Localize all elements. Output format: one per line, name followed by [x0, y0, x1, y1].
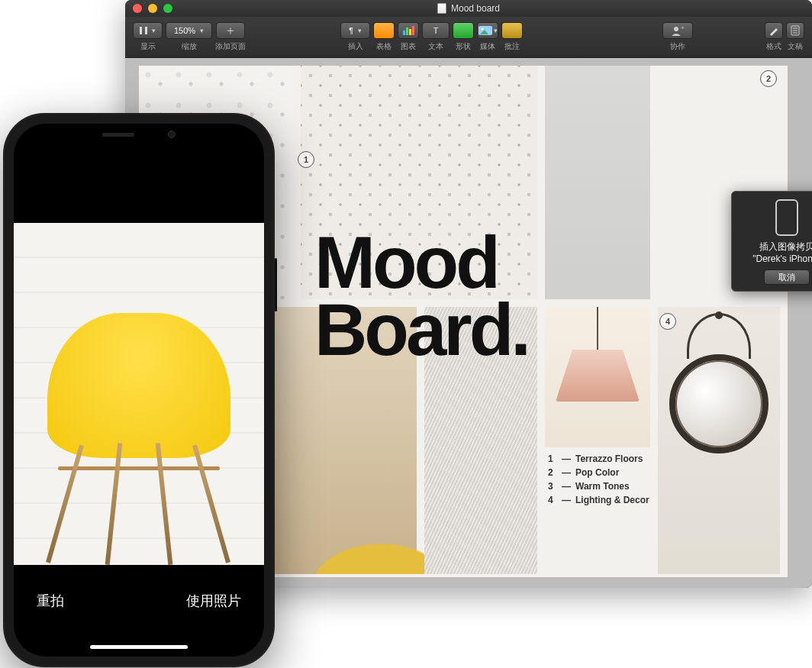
- badge-1: 1: [298, 151, 314, 168]
- svg-point-1: [481, 28, 483, 31]
- mirror-strap: [687, 313, 751, 359]
- tile-concrete: [545, 66, 650, 299]
- shape-button[interactable]: [453, 22, 474, 39]
- annotate-label: 批注: [504, 41, 520, 52]
- page-title: Mood Board.: [314, 229, 528, 364]
- callout-text-l1: 插入图像拷贝: [738, 240, 812, 253]
- cancel-button[interactable]: 取消: [764, 269, 810, 285]
- document-button[interactable]: [786, 22, 804, 39]
- titlebar: Mood board: [125, 0, 812, 17]
- legend-row: 3—Warm Tones: [548, 481, 649, 492]
- iphone-device: 重拍 使用照片: [3, 113, 275, 667]
- yellow-chair-graphic: [32, 275, 246, 565]
- notch: [74, 124, 204, 145]
- shape-label: 形状: [456, 41, 471, 52]
- document-label: 文稿: [788, 41, 803, 52]
- badge-4: 4: [659, 313, 676, 330]
- mirror-icon: [669, 354, 768, 453]
- page-icon: [791, 25, 800, 36]
- tile-mirror: [658, 307, 780, 574]
- zoom-label: 缩放: [182, 41, 197, 52]
- insert-label: 插入: [348, 41, 363, 52]
- legend: 1—Terrazzo Floors 2—Pop Color 3—Warm Ton…: [548, 453, 649, 508]
- continuity-camera-callout: 插入图像拷贝 "Derek's iPhone" 取消: [731, 191, 812, 292]
- legend-row: 1—Terrazzo Floors: [548, 453, 649, 464]
- use-photo-button[interactable]: 使用照片: [186, 592, 241, 610]
- text-button[interactable]: T: [422, 22, 450, 39]
- toolbar: ▾ 显示 150%▾ 缩放 ＋ 添加页面 ¶▾ 插入: [125, 17, 812, 58]
- insert-button[interactable]: ¶▾: [340, 22, 370, 39]
- person-add-icon: +: [671, 25, 685, 36]
- phone-icon: [775, 199, 798, 236]
- zoom-button[interactable]: 150%▾: [166, 22, 212, 39]
- svg-text:+: +: [681, 25, 685, 31]
- image-icon: [478, 26, 492, 35]
- media-button[interactable]: ▾: [477, 22, 498, 39]
- table-button[interactable]: [373, 22, 395, 39]
- retake-button[interactable]: 重拍: [37, 592, 64, 610]
- table-label: 表格: [376, 41, 392, 52]
- view-label: 显示: [140, 41, 156, 52]
- badge-2: 2: [760, 70, 777, 87]
- svg-point-2: [674, 27, 678, 31]
- view-button[interactable]: ▾: [133, 22, 163, 39]
- callout-text-l2: "Derek's iPhone": [738, 253, 812, 265]
- window-title: Mood board: [451, 3, 500, 14]
- chart-button[interactable]: [398, 22, 419, 39]
- text-label: 文本: [428, 41, 443, 52]
- chart-label: 图表: [401, 41, 416, 52]
- add-page-button[interactable]: ＋: [216, 22, 245, 39]
- media-label: 媒体: [480, 41, 495, 52]
- format-button[interactable]: [765, 22, 783, 39]
- document-icon: [437, 3, 446, 14]
- format-label: 格式: [766, 41, 781, 52]
- collab-button[interactable]: +: [662, 22, 693, 39]
- legend-row: 2—Pop Color: [548, 467, 649, 478]
- legend-row: 4—Lighting & Decor: [548, 495, 649, 505]
- tile-lamp: [545, 307, 650, 447]
- brush-icon: [768, 25, 779, 36]
- add-page-label: 添加页面: [215, 41, 246, 52]
- iphone-screen: 重拍 使用照片: [14, 124, 264, 657]
- speaker-icon: [102, 133, 134, 137]
- front-camera-icon: [168, 131, 176, 138]
- camera-preview: [14, 223, 264, 565]
- collab-label: 协作: [670, 41, 685, 52]
- camera-bottom-bar: 重拍 使用照片: [14, 565, 264, 657]
- annotate-button[interactable]: [501, 22, 523, 39]
- pendant-lamp-icon: [556, 307, 640, 402]
- home-indicator[interactable]: [90, 645, 188, 649]
